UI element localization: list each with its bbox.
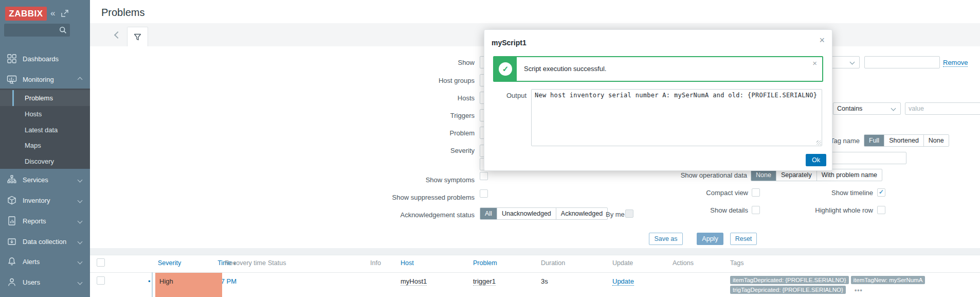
inventory-icon [7,195,17,205]
operational-separately[interactable]: Separately [776,169,816,181]
col-host[interactable]: Host [401,259,414,267]
alerts-bell-icon [7,256,17,267]
banner-close-icon[interactable]: × [812,59,817,67]
save-as-button[interactable]: Save as [649,233,683,245]
host-link[interactable]: myHost1 [401,277,427,286]
output-textarea[interactable]: New host inventory serial number A: mySe… [531,89,822,146]
tag-value-input[interactable] [864,56,940,68]
header-separator [90,272,980,273]
tag-operator-select-2[interactable]: Contains [833,102,901,115]
sidebar-item-alerts[interactable]: Alerts [0,253,90,270]
data-collection-icon [7,236,17,247]
ack-option-all[interactable]: All [480,208,497,219]
highlight-whole-row-checkbox[interactable] [877,206,885,214]
show-timeline-label: Show timeline [831,189,873,197]
tag-name-none[interactable]: None [923,135,949,146]
tag-chips-row2: trigTagDepricated: {PROFILE.SERIALNO} [730,286,848,294]
operational-none[interactable]: None [751,169,776,181]
operational-with-problem-name[interactable]: With problem name [816,169,882,181]
modal-title: myScript1 [492,39,527,47]
tag-name-shortened[interactable]: Shortened [884,135,923,146]
tag-remove-link[interactable]: Remove [943,59,968,67]
chevron-down-icon [891,106,896,111]
sidebar-item-dashboards[interactable]: Dashboards [0,50,90,67]
tag-name-full[interactable]: Full [864,135,884,146]
ok-button[interactable]: Ok [806,154,826,166]
sidebar-search [4,24,70,37]
success-check-icon: ✓ [499,62,512,76]
by-me-label: By me [606,211,625,218]
update-link[interactable]: Update [612,277,634,286]
script-result-modal: myScript1 × ✓ Script execution successfu… [484,29,832,171]
filter-label-show: Show [458,59,475,66]
tag-chips-row1: itemTagDepricated: {PROFILE.SERIALNO}ite… [730,276,927,284]
show-details-label: Show details [710,206,748,214]
output-label: Output [506,92,527,99]
show-suppressed-checkbox[interactable] [480,189,488,198]
sidebar-subitem-hosts[interactable]: Hosts [0,106,90,122]
show-operational-data-label: Show operational data [681,171,747,179]
sidebar-subitem-latest-data[interactable]: Latest data [0,122,90,138]
show-timeline-checkbox[interactable]: ✓ [877,188,885,197]
sidebar-item-data-collection[interactable]: Data collection [0,233,90,250]
more-tags-button[interactable]: ••• [855,287,863,294]
zabbix-app: ZABBIX « Dashboards [0,0,980,297]
col-severity[interactable]: Severity [158,259,181,267]
show-symptoms-checkbox[interactable] [480,172,488,180]
sidebar-subitem-problems[interactable]: Problems [0,90,90,106]
compact-view-label: Compact view [706,189,748,197]
tag-value-input-2[interactable] [905,102,980,115]
filter-label-hosts: Hosts [458,94,475,102]
ack-option-acknowledged[interactable]: Acknowledged [556,208,607,219]
tag-chip[interactable]: trigTagDepricated: {PROFILE.SERIALNO} [730,286,846,294]
reset-button[interactable]: Reset [730,233,757,245]
problem-link[interactable]: trigger1 [473,277,496,286]
sidebar-subitem-discovery[interactable]: Discovery [0,153,90,169]
sidebar-item-label: Reports [23,217,46,225]
ack-status-segmented: All Unacknowledged Acknowledged [480,207,608,220]
sidebar-subitem-maps[interactable]: Maps [0,137,90,153]
compact-view-checkbox[interactable] [752,188,760,197]
subitem-label: Discovery [25,158,54,165]
timeline-dot: • [148,277,151,285]
by-me-checkbox[interactable] [625,209,633,218]
sidebar-item-users[interactable]: Users [0,274,90,290]
filter-tab[interactable] [127,27,148,47]
monitoring-icon [7,74,17,84]
tag-chip[interactable]: itemTagDepricated: {PROFILE.SERIALNO} [730,276,849,284]
subitem-label: Hosts [25,110,42,118]
col-info: Info [370,259,381,267]
page-title: Problems [101,7,144,19]
apply-button[interactable]: Apply [697,233,723,245]
reports-icon [7,216,17,226]
filter-label-severity: Severity [450,147,475,154]
collapse-sidebar-icon[interactable]: « [50,8,55,19]
tag-name-segmented: Full Shortened None [864,134,949,147]
select-all-checkbox[interactable] [97,258,105,267]
users-icon [7,277,17,287]
textarea-resize-handle[interactable] [816,141,821,145]
zabbix-logo[interactable]: ZABBIX [5,7,47,21]
success-message: Script execution successful. [524,65,606,73]
chevron-down-icon [78,259,83,265]
zabbix-logo-text: ZABBIX [9,9,43,19]
modal-close-icon[interactable]: × [819,35,825,46]
sidebar-item-inventory[interactable]: Inventory [0,192,90,208]
row-checkbox[interactable] [97,276,105,285]
search-icon [59,26,67,34]
chevron-down-icon [78,219,83,224]
expand-sidebar-icon[interactable] [61,10,68,17]
filter-label-problem: Problem [450,129,475,137]
show-details-checkbox[interactable] [752,206,760,214]
sidebar-item-label: Dashboards [23,55,59,63]
tag-chip[interactable]: itemTagNew: mySerNumA [851,276,925,284]
dashboards-icon [7,54,17,64]
col-problem[interactable]: Problem [473,259,497,267]
ack-option-unacknowledged[interactable]: Unacknowledged [497,208,556,219]
success-banner: ✓ Script execution successful. × [493,56,823,82]
sidebar-item-reports[interactable]: Reports [0,213,90,229]
sidebar-item-monitoring[interactable]: Monitoring [0,71,90,88]
search-input[interactable] [6,25,58,36]
sidebar-item-services[interactable]: Services [0,171,90,188]
monitoring-submenu: Problems Hosts Latest data Maps Discover… [0,89,90,169]
